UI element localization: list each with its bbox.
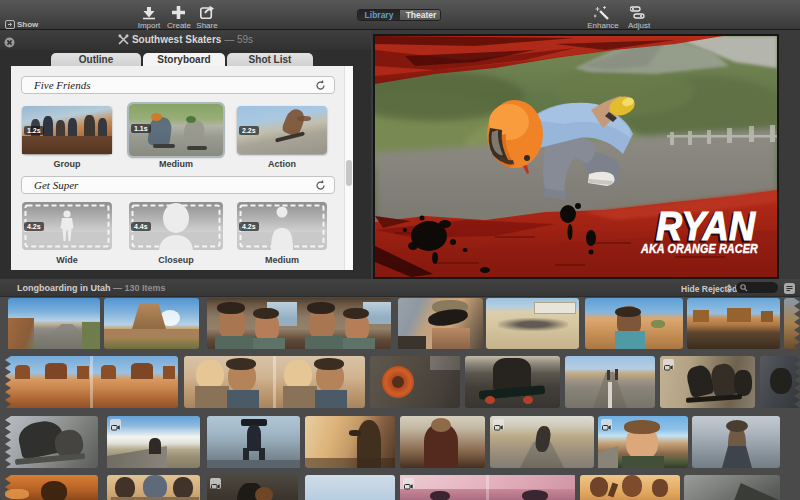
svg-text:AKA ORANGE RACER: AKA ORANGE RACER bbox=[640, 242, 758, 256]
